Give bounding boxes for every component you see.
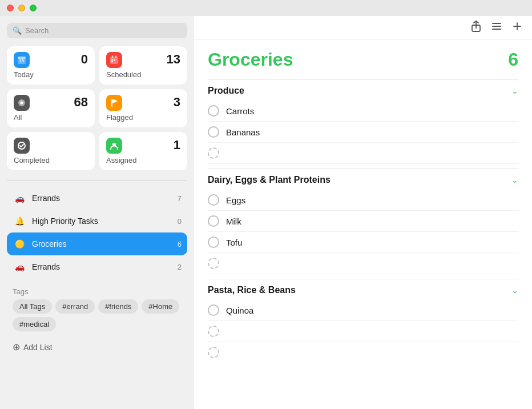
groceries-name: Groceries — [32, 239, 172, 248]
produce-placeholder-circle — [208, 147, 219, 159]
quinoa-checkbox[interactable] — [208, 304, 219, 316]
bananas-checkbox[interactable] — [208, 126, 219, 138]
tag-errand[interactable]: #errand — [55, 299, 95, 314]
high-priority-count: 0 — [178, 217, 182, 226]
task-pasta-placeholder2 — [208, 342, 518, 363]
today-label: Today — [14, 70, 88, 79]
task-tofu: Tofu — [208, 232, 518, 253]
main-body: Groceries 6 Produce ⌄ Carrots Bananas — [194, 40, 532, 409]
errands1-count: 7 — [178, 194, 182, 203]
pasta-title: Pasta, Rice & Beans — [208, 285, 296, 295]
main-content: Groceries 6 Produce ⌄ Carrots Bananas — [194, 16, 532, 409]
section-pasta: Pasta, Rice & Beans ⌄ Quinoa — [208, 279, 518, 363]
main-header: Groceries 6 — [208, 49, 518, 70]
list-item-errands2[interactable]: 🚗 Errands 2 — [7, 255, 187, 278]
quinoa-label: Quinoa — [226, 306, 253, 315]
titlebar — [0, 0, 532, 16]
tofu-label: Tofu — [226, 238, 242, 247]
smart-list-scheduled[interactable]: 13 Scheduled — [99, 46, 187, 85]
app-container: 🔍 Search 15 0 Today — [0, 16, 532, 409]
produce-title: Produce — [208, 86, 244, 96]
smart-list-completed[interactable]: Completed — [7, 132, 95, 170]
task-dairy-placeholder — [208, 253, 518, 274]
errands1-icon: 🚗 — [13, 191, 26, 205]
tag-friends[interactable]: #friends — [98, 299, 138, 314]
today-count: 0 — [81, 52, 88, 67]
maximize-button[interactable] — [30, 5, 37, 11]
smart-list-all[interactable]: 68 All — [7, 89, 95, 127]
today-icon: 15 — [14, 52, 30, 68]
assigned-count: 1 — [174, 138, 180, 153]
add-list-button[interactable]: ⊕ Add List — [7, 338, 187, 356]
list-view-button[interactable] — [491, 21, 502, 35]
carrots-checkbox[interactable] — [208, 105, 219, 117]
main-toolbar — [194, 16, 532, 40]
share-button[interactable] — [470, 21, 482, 35]
svg-rect-6 — [111, 59, 113, 61]
lists-section: 🚗 Errands 7 🔔 High Priority Tasks 0 🟡 Gr… — [7, 187, 187, 278]
carrots-label: Carrots — [226, 106, 254, 116]
tag-medical[interactable]: #medical — [13, 317, 56, 331]
search-bar[interactable]: 🔍 Search — [7, 23, 187, 38]
tag-all-tags[interactable]: All Tags — [13, 299, 52, 314]
all-count: 68 — [74, 95, 88, 110]
tags-container: All Tags #errand #friends #Home #medical — [7, 299, 187, 331]
task-pasta-placeholder1 — [208, 321, 518, 342]
smart-list-assigned[interactable]: 1 Assigned — [99, 132, 187, 170]
dairy-section-header[interactable]: Dairy, Eggs & Plant Proteins ⌄ — [208, 169, 518, 190]
section-produce: Produce ⌄ Carrots Bananas — [208, 79, 518, 164]
smart-list-flagged[interactable]: 3 Flagged — [99, 89, 187, 127]
smart-lists-grid: 15 0 Today — [7, 46, 187, 170]
close-button[interactable] — [7, 5, 14, 11]
completed-icon — [14, 138, 30, 154]
task-milk: Milk — [208, 211, 518, 232]
dairy-placeholder-circle — [208, 258, 219, 269]
scheduled-label: Scheduled — [106, 70, 180, 79]
errands2-count: 2 — [178, 263, 182, 271]
svg-rect-7 — [114, 59, 115, 61]
scheduled-count: 13 — [167, 52, 180, 67]
groceries-count: 6 — [178, 240, 182, 248]
pasta-placeholder-circle2 — [208, 347, 219, 358]
completed-label: Completed — [14, 156, 88, 165]
milk-checkbox[interactable] — [208, 215, 219, 227]
produce-chevron: ⌄ — [511, 86, 518, 95]
groceries-icon: 🟡 — [13, 237, 26, 251]
task-bananas: Bananas — [208, 122, 518, 143]
dairy-chevron: ⌄ — [511, 175, 518, 185]
sidebar: 🔍 Search 15 0 Today — [0, 16, 194, 409]
high-priority-name: High Priority Tasks — [32, 216, 172, 226]
smart-list-today[interactable]: 15 0 Today — [7, 46, 95, 85]
svg-text:15: 15 — [19, 59, 24, 63]
tag-home[interactable]: #Home — [142, 299, 179, 314]
all-icon — [14, 95, 30, 111]
list-item-high-priority[interactable]: 🔔 High Priority Tasks 0 — [7, 210, 187, 232]
list-item-errands1[interactable]: 🚗 Errands 7 — [7, 187, 187, 210]
all-label: All — [14, 113, 88, 122]
minimize-button[interactable] — [18, 5, 25, 11]
search-placeholder: Search — [25, 26, 49, 35]
errands1-name: Errands — [32, 194, 172, 203]
task-quinoa: Quinoa — [208, 300, 518, 321]
svg-point-10 — [21, 102, 23, 105]
section-dairy: Dairy, Eggs & Plant Proteins ⌄ Eggs Milk… — [208, 169, 518, 274]
main-title: Groceries — [208, 49, 293, 70]
main-count: 6 — [508, 49, 518, 70]
errands2-icon: 🚗 — [13, 260, 26, 274]
tofu-checkbox[interactable] — [208, 236, 219, 248]
flagged-icon — [106, 95, 122, 111]
search-icon: 🔍 — [13, 26, 22, 35]
assigned-label: Assigned — [106, 156, 180, 165]
task-carrots: Carrots — [208, 101, 518, 122]
produce-section-header[interactable]: Produce ⌄ — [208, 79, 518, 101]
task-eggs: Eggs — [208, 190, 518, 211]
eggs-checkbox[interactable] — [208, 194, 219, 206]
dairy-title: Dairy, Eggs & Plant Proteins — [208, 175, 331, 185]
scheduled-icon — [106, 52, 122, 68]
list-item-groceries[interactable]: 🟡 Groceries 6 — [7, 232, 187, 255]
bananas-label: Bananas — [226, 127, 260, 137]
pasta-section-header[interactable]: Pasta, Rice & Beans ⌄ — [208, 279, 518, 300]
flagged-count: 3 — [174, 95, 180, 110]
errands2-name: Errands — [32, 262, 172, 271]
add-task-button[interactable] — [511, 21, 523, 35]
